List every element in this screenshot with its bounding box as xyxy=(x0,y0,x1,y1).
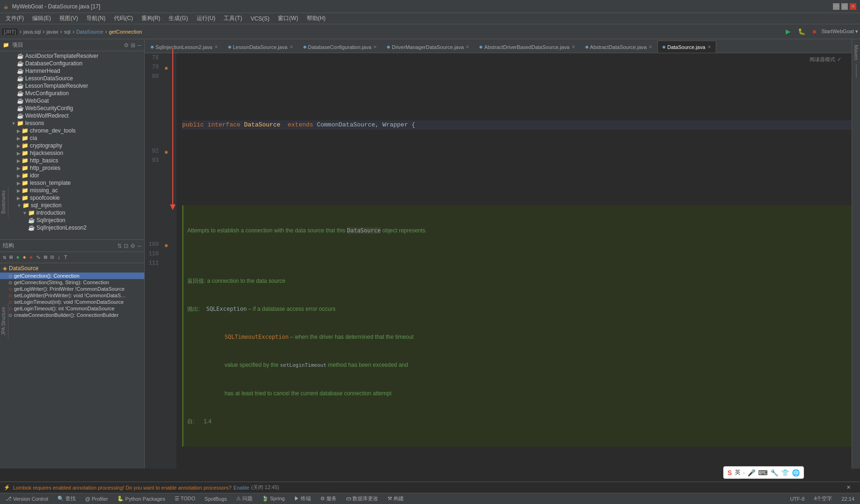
breadcrumb-getconnection[interactable]: getConnection xyxy=(109,29,142,35)
tree-item-asciiDoctor[interactable]: ☕ AsciiDoctorTemplateResolver xyxy=(0,52,144,60)
tree-item-missingac[interactable]: ▶ 📁 missing_ac xyxy=(0,187,144,194)
menu-code[interactable]: 代码(C) xyxy=(110,14,137,23)
tree-item-webwolf[interactable]: ☕ WebWolfRedirect xyxy=(0,112,144,119)
code-editor[interactable]: 78 79 ◉ 80 xyxy=(145,53,852,469)
tree-item-websecurity[interactable]: ☕ WebSecurityConfig xyxy=(0,105,144,112)
struct-item-getconnection2[interactable]: ⊙ getConnection(String, String): Connect… xyxy=(0,279,144,286)
tab-close-icon[interactable]: ✕ xyxy=(214,44,218,49)
tree-item-sqlinj[interactable]: ▼ 📁 sql_injection xyxy=(0,202,144,209)
breadcrumb-datasource[interactable]: DataSource xyxy=(76,29,103,35)
tree-item-cia[interactable]: ▶ 📁 cia xyxy=(0,134,144,142)
tree-item-lessonds[interactable]: ☕ LessonDataSource xyxy=(0,75,144,82)
struct-item-getlogintimeout[interactable]: ⊙ getLoginTimeout(): int !CommonDataSour… xyxy=(0,305,144,312)
minimize-button[interactable]: ─ xyxy=(833,3,839,10)
services-item[interactable]: ⚙ 服务 xyxy=(318,495,338,502)
tree-item-httpproxies[interactable]: ▶ 📁 http_proxies xyxy=(0,164,144,172)
toolbar-project[interactable]: [JRT] xyxy=(2,28,18,35)
sougou-mic-btn[interactable]: 🎤 xyxy=(747,469,755,476)
struct-item-getconnection[interactable]: ⊙ getConnection(): Connection xyxy=(0,273,144,279)
filter-icon[interactable]: ⊡ xyxy=(124,243,128,249)
profiler-item[interactable]: @ Profiler xyxy=(83,496,110,502)
menu-refactor[interactable]: 重构(R) xyxy=(138,14,164,23)
tree-item-lessontemplate[interactable]: ▶ 📁 lesson_template xyxy=(0,179,144,187)
sougou-tools-btn[interactable]: 🌐 xyxy=(792,469,800,476)
gear-icon[interactable]: ⚙ xyxy=(124,42,129,49)
maximize-button[interactable]: □ xyxy=(841,3,848,10)
expand-icon[interactable]: ⊞ xyxy=(131,42,135,49)
sougou-lang-btn[interactable]: 英 xyxy=(735,469,740,476)
struct-icon-10[interactable]: ⊤ xyxy=(63,253,68,261)
reader-mode-toggle[interactable]: ✓ xyxy=(837,56,841,63)
struct-item-getlogwriter[interactable]: ⊙ getLogWriter(): PrintWriter !CommonDat… xyxy=(0,286,144,292)
spotbugs-item[interactable]: SpotBugs xyxy=(203,496,229,502)
menu-navigate[interactable]: 导航(N) xyxy=(83,14,109,23)
tree-item-chromedev[interactable]: ▶ 📁 chrome_dev_tools xyxy=(0,127,144,134)
reader-mode-button[interactable]: 阅读器模式 ✓ xyxy=(810,56,841,63)
search-item[interactable]: 🔍 查找 xyxy=(56,495,78,502)
tab-abstractds[interactable]: AbstractDataSource.java ✕ xyxy=(580,41,658,53)
terminal-item[interactable]: ▶ 终端 xyxy=(292,495,313,502)
breadcrumb-sql[interactable]: sql xyxy=(64,29,70,35)
tab-close-icon[interactable]: ✕ xyxy=(373,44,377,49)
close-button[interactable]: ✕ xyxy=(850,3,856,10)
toolbar-stop-button[interactable]: ■ xyxy=(811,27,819,36)
sougou-keyboard-btn[interactable]: ⌨ xyxy=(758,469,768,476)
enable-link[interactable]: Enable xyxy=(233,485,249,490)
tab-close-icon[interactable]: ✕ xyxy=(465,44,469,49)
menu-help[interactable]: 帮助(H) xyxy=(303,14,330,23)
tab-sqlinjection2[interactable]: SqlInjectionLesson2.java ✕ xyxy=(146,41,223,53)
tab-dbconfig[interactable]: DatabaseConfiguration.java ✕ xyxy=(298,41,382,53)
tree-item-webgoat[interactable]: ☕ WebGoat xyxy=(0,97,144,105)
tab-close-icon[interactable]: ✕ xyxy=(289,44,293,49)
bookmark-icon-109[interactable]: ◉ xyxy=(165,242,168,248)
bookmark-icon-92[interactable]: ◉ xyxy=(165,149,168,155)
spring-item[interactable]: 🍃 Spring xyxy=(260,496,287,502)
toolbar-debug-button[interactable]: 🐛 xyxy=(796,27,808,36)
struct-item-createconnectionbuilder[interactable]: ⊙ createConnectionBuilder(): ConnectionB… xyxy=(0,312,144,318)
menu-run[interactable]: 运行(U) xyxy=(193,14,219,23)
tree-item-sqlinjlesson2[interactable]: ☕ SqlInjectionLesson2 xyxy=(0,224,144,231)
tree-item-idor[interactable]: ▶ 📁 idor xyxy=(0,172,144,179)
toolbar-run-button[interactable]: ▶ xyxy=(783,27,793,36)
tab-datasource[interactable]: DataSource.java ✕ xyxy=(657,41,716,53)
menu-window[interactable]: 窗口(W) xyxy=(274,14,302,23)
build-item[interactable]: ⚒ 构建 xyxy=(386,495,406,502)
menu-edit[interactable]: 编辑(E) xyxy=(28,14,55,23)
tree-item-hammerhead[interactable]: ☕ HammerHead xyxy=(0,67,144,75)
tab-close-icon[interactable]: ✕ xyxy=(571,44,575,49)
toolbar-run-config[interactable]: StartWebGoat ▾ xyxy=(821,28,858,35)
tree-item-cryptography[interactable]: ▶ 📁 cryptography xyxy=(0,142,144,149)
python-packages-item[interactable]: 🐍 Python Packages xyxy=(115,496,167,502)
linesep-item[interactable]: 4个空字 xyxy=(812,495,834,502)
struct-icon-4[interactable]: ● xyxy=(22,254,27,261)
tree-item-httpbasics[interactable]: ▶ 📁 http_basics xyxy=(0,157,144,164)
annotation-close-btn[interactable]: ✕ xyxy=(846,484,856,490)
tab-close-icon[interactable]: ✕ xyxy=(707,44,711,49)
struct-icon-5[interactable]: ● xyxy=(28,254,34,261)
tree-item-introduction[interactable]: ▼ 📁 introduction xyxy=(0,209,144,217)
tree-item-lessons[interactable]: ▼ 📁 lessons xyxy=(0,119,144,127)
struct-item-setlogwriter[interactable]: ⊙ setLogWriter(PrintWriter): void !Commo… xyxy=(0,292,144,299)
tree-item-hijacksession[interactable]: ▶ 📁 hijacksession xyxy=(0,149,144,157)
sougou-skin-btn[interactable]: 👕 xyxy=(781,469,789,476)
jpa-structure-label[interactable]: JPA Structure xyxy=(0,303,7,339)
menu-generate[interactable]: 生成(G) xyxy=(165,14,191,23)
problems-item[interactable]: ⚠ 问题 xyxy=(234,495,254,502)
tab-lessonds[interactable]: LessonDataSource.java ✕ xyxy=(223,41,298,53)
struct-icon-7[interactable]: ⊠ xyxy=(43,253,48,261)
struct-icon-2[interactable]: ⊞ xyxy=(8,253,14,261)
close-panel-icon[interactable]: ─ xyxy=(137,243,141,249)
breadcrumb-javasql[interactable]: java.sql xyxy=(23,29,41,35)
menu-view[interactable]: 视图(V) xyxy=(56,14,82,23)
struct-icon-3[interactable]: ● xyxy=(15,254,20,261)
breadcrumb-javax[interactable]: javax xyxy=(46,29,58,35)
tree-item-spoofcookie[interactable]: ▶ 📁 spoofcookie xyxy=(0,194,144,202)
struct-icon-1[interactable]: ⇅ xyxy=(2,253,7,261)
encoding-item[interactable]: UTF-8 xyxy=(788,496,806,502)
tree-item-sqlinjection[interactable]: ☕ SqlInjection xyxy=(0,217,144,224)
tab-drivermanager[interactable]: DriverManagerDataSource.java ✕ xyxy=(382,41,474,53)
settings-icon[interactable]: ⚙ xyxy=(130,243,135,249)
tree-item-lessontr[interactable]: ☕ LessonTemplateResolver xyxy=(0,82,144,90)
collapse-panel-icon[interactable]: ─ xyxy=(137,42,141,49)
sort-icon[interactable]: ⇅ xyxy=(117,243,122,249)
